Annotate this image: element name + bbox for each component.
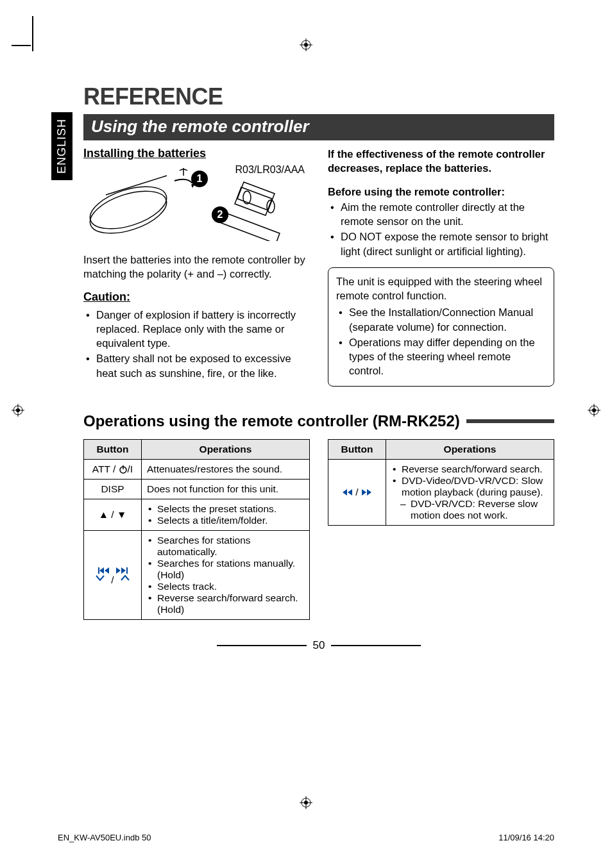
ops-item: Searches for stations automatically. bbox=[147, 535, 304, 558]
skip-back-icon bbox=[98, 567, 110, 574]
caution-list: Danger of explosion if battery is incorr… bbox=[83, 308, 310, 380]
ops-cell: Reverse search/forward search. DVD-Video… bbox=[386, 459, 554, 525]
steering-wheel-box: The unit is equipped with the steering w… bbox=[328, 267, 554, 387]
button-cell-updown: ▲ / ▼ bbox=[84, 499, 142, 530]
operations-table-left: Button Operations ATT / /I Attenuates/re… bbox=[83, 439, 310, 620]
ops-cell: Searches for stations automatically. Sea… bbox=[142, 530, 310, 619]
ops-cell: Attenuates/restores the sound. bbox=[142, 459, 310, 479]
registration-mark-bottom bbox=[300, 796, 312, 812]
chevron-up-icon bbox=[121, 575, 130, 581]
caution-item: Battery shall not be exposed to excessiv… bbox=[83, 351, 310, 380]
button-label: /I bbox=[128, 463, 133, 474]
triangle-down-icon: ▼ bbox=[117, 509, 126, 520]
svg-marker-21 bbox=[343, 489, 347, 496]
svg-rect-20 bbox=[126, 567, 128, 574]
table-row: / Searches for stations automatically. S… bbox=[84, 530, 310, 619]
operations-table-right: Button Operations / Reverse search/forwa… bbox=[328, 439, 554, 526]
svg-point-9 bbox=[85, 178, 171, 237]
svg-marker-24 bbox=[367, 489, 371, 496]
step-badge-1: 1 bbox=[191, 171, 208, 187]
box-item: See the Installation/Connection Manual (… bbox=[336, 305, 546, 334]
power-icon bbox=[119, 465, 128, 474]
before-item: Aim the remote controller directly at th… bbox=[328, 200, 554, 229]
registration-icon bbox=[300, 796, 312, 809]
table-row: / Reverse search/forward search. DVD-Vid… bbox=[328, 459, 554, 525]
before-heading: Before using the remote controller: bbox=[328, 185, 554, 199]
page-number: 50 bbox=[313, 639, 325, 652]
skip-forward-icon bbox=[116, 567, 128, 574]
before-list: Aim the remote controller directly at th… bbox=[328, 200, 554, 258]
ops-item: Selects the preset stations. bbox=[147, 503, 304, 515]
footer-timestamp: 11/09/16 14:20 bbox=[498, 833, 554, 842]
button-cell-skip: / bbox=[84, 530, 142, 619]
page-rule bbox=[217, 645, 307, 646]
ops-item: Selects a title/item/folder. bbox=[147, 515, 304, 526]
col-header-button: Button bbox=[328, 439, 386, 459]
rewind-icon bbox=[341, 489, 353, 496]
svg-marker-22 bbox=[348, 489, 352, 496]
svg-rect-15 bbox=[98, 567, 99, 574]
ops-cell: Does not function for this unit. bbox=[142, 479, 310, 499]
box-item: Operations may differ depending on the t… bbox=[336, 335, 546, 378]
footer-file: EN_KW-AV50EU.indb 50 bbox=[58, 833, 151, 842]
page-rule bbox=[331, 645, 421, 646]
operations-heading: Operations using the remote controller (… bbox=[83, 412, 460, 430]
ops-item: Reverse search/forward search. (Hold) bbox=[147, 592, 304, 615]
button-label: ATT / bbox=[92, 463, 119, 474]
fast-forward-icon bbox=[361, 489, 373, 496]
right-column: If the effectiveness of the remote contr… bbox=[328, 147, 554, 389]
table-row: ATT / /I Attenuates/restores the sound. bbox=[84, 459, 310, 479]
button-cell-rwff: / bbox=[328, 459, 386, 525]
battery-figure: R03/LR03/AAA bbox=[83, 164, 310, 247]
ops-item: Reverse search/forward search. bbox=[391, 463, 548, 475]
operations-heading-row: Operations using the remote controller (… bbox=[83, 412, 554, 430]
table-row: ▲ / ▼ Selects the preset stations. Selec… bbox=[84, 499, 310, 530]
col-header-operations: Operations bbox=[386, 439, 554, 459]
svg-marker-23 bbox=[362, 489, 366, 496]
button-cell-disp: DISP bbox=[84, 479, 142, 499]
ops-item: DVD-Video/DVD-VR/VCD: Slow motion playba… bbox=[391, 475, 548, 498]
ops-item: Selects track. bbox=[147, 581, 304, 592]
effectiveness-note: If the effectiveness of the remote contr… bbox=[328, 147, 554, 176]
table-row: DISP Does not function for this unit. bbox=[84, 479, 310, 499]
col-header-button: Button bbox=[84, 439, 142, 459]
print-footer: EN_KW-AV50EU.indb 50 11/09/16 14:20 bbox=[58, 833, 554, 842]
ops-item: Searches for stations manually. (Hold) bbox=[147, 558, 304, 581]
button-cell-att: ATT / /I bbox=[84, 459, 142, 479]
insert-instruction: Insert the batteries into the remote con… bbox=[83, 253, 310, 281]
caution-heading: Caution: bbox=[83, 290, 310, 304]
col-header-operations: Operations bbox=[142, 439, 310, 459]
box-lead: The unit is equipped with the steering w… bbox=[336, 274, 546, 303]
page-number-row: 50 bbox=[83, 639, 554, 652]
ops-subitem: DVD-VR/VCD: Reverse slow motion does not… bbox=[391, 498, 548, 521]
left-column: Installing the batteries R03/LR03/AAA bbox=[83, 147, 310, 389]
chevron-down-icon bbox=[96, 575, 105, 581]
ops-cell: Selects the preset stations. Selects a t… bbox=[142, 499, 310, 530]
section-heading: Using the remote controller bbox=[83, 114, 554, 140]
before-item: DO NOT expose the remote sensor to brigh… bbox=[328, 230, 554, 258]
svg-point-7 bbox=[304, 801, 308, 805]
battery-type-label: R03/LR03/AAA bbox=[235, 164, 305, 176]
heading-rule bbox=[466, 419, 554, 423]
caution-item: Danger of explosion if battery is incorr… bbox=[83, 308, 310, 351]
installing-heading: Installing the batteries bbox=[83, 147, 310, 160]
page-title: REFERENCE bbox=[83, 83, 554, 110]
svg-marker-16 bbox=[99, 567, 104, 574]
svg-marker-17 bbox=[105, 567, 109, 574]
triangle-up-icon: ▲ bbox=[99, 509, 108, 520]
battery-illustration bbox=[83, 164, 289, 241]
svg-marker-18 bbox=[116, 567, 121, 574]
step-badge-2: 2 bbox=[212, 206, 228, 223]
svg-marker-19 bbox=[121, 567, 126, 574]
